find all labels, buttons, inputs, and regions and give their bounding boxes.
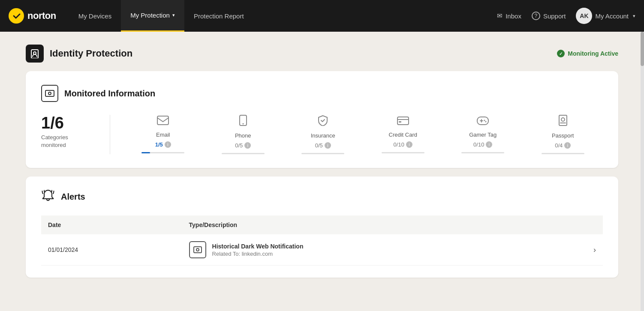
gamer-tag-help-icon[interactable]: i bbox=[486, 141, 492, 148]
alert-type-icon bbox=[189, 241, 206, 258]
insurance-name: Insurance bbox=[311, 132, 335, 139]
alert-description: Historical Dark Web Notification Related… bbox=[182, 234, 603, 266]
table-row[interactable]: 01/01/2024 Historical Dark Web Notificat… bbox=[41, 234, 603, 266]
category-gamer-tag[interactable]: Gamer Tag 0/10 i bbox=[461, 115, 504, 153]
email-name: Email bbox=[156, 132, 170, 138]
monitoring-active-icon: ✓ bbox=[557, 50, 565, 57]
email-icon bbox=[157, 115, 169, 128]
card-header: Monitored Information bbox=[41, 85, 603, 102]
monitored-info-card: Monitored Information 1/6 Categories mon… bbox=[26, 71, 618, 168]
insurance-progress-bar bbox=[301, 153, 344, 154]
alerts-header: Alerts bbox=[41, 188, 603, 205]
categories-fraction: 1/6 bbox=[41, 115, 93, 131]
categories-label: Categories monitored bbox=[41, 134, 93, 149]
insurance-count: 0/5 i bbox=[315, 142, 331, 149]
gamer-tag-name: Gamer Tag bbox=[469, 132, 497, 138]
svg-point-0 bbox=[9, 8, 24, 24]
main-nav: norton My Devices My Protection ▾ Protec… bbox=[0, 0, 644, 32]
info-categories: Email 1/5 i Phone 0/5 i Insurance 0/5 i … bbox=[110, 115, 603, 154]
nav-item-protection-report[interactable]: Protection Report bbox=[184, 0, 253, 32]
svg-point-12 bbox=[485, 121, 487, 123]
logo[interactable]: norton bbox=[9, 8, 56, 24]
svg-rect-15 bbox=[194, 247, 202, 253]
phone-progress-bar bbox=[222, 153, 265, 154]
identity-protection-icon bbox=[26, 45, 44, 63]
monitoring-status: ✓ Monitoring Active bbox=[557, 50, 618, 57]
phone-help-icon[interactable]: i bbox=[244, 142, 251, 149]
phone-icon bbox=[238, 115, 248, 129]
passport-progress-bar bbox=[542, 153, 584, 154]
email-help-icon[interactable]: i bbox=[165, 141, 171, 148]
passport-name: Passport bbox=[552, 132, 574, 139]
category-phone[interactable]: Phone 0/5 i bbox=[222, 115, 265, 154]
gamer-tag-progress-bar bbox=[461, 152, 504, 153]
account-menu[interactable]: AK My Account ▾ bbox=[576, 8, 635, 24]
svg-rect-3 bbox=[45, 90, 54, 96]
svg-rect-8 bbox=[397, 117, 409, 125]
category-email[interactable]: Email 1/5 i bbox=[141, 115, 184, 153]
alerts-section: Alerts Date Type/Description 01/01/2024 bbox=[26, 176, 618, 278]
passport-count: 0/4 i bbox=[555, 142, 571, 149]
table-header: Date Type/Description bbox=[41, 215, 603, 234]
gamer-tag-count: 0/10 i bbox=[473, 141, 492, 148]
support-icon: ? bbox=[532, 12, 540, 20]
support-link[interactable]: ? Support bbox=[532, 12, 566, 20]
inbox-link[interactable]: ✉ Inbox bbox=[497, 12, 521, 20]
scrollbar[interactable] bbox=[641, 32, 644, 311]
passport-icon bbox=[558, 115, 568, 129]
credit-card-icon bbox=[397, 115, 409, 128]
alert-subtitle: Related To: linkedin.com bbox=[212, 251, 304, 257]
alert-desc-text: Historical Dark Web Notification Related… bbox=[212, 243, 304, 257]
col-type: Type/Description bbox=[182, 215, 603, 234]
alerts-table: Date Type/Description 01/01/2024 Histori… bbox=[41, 215, 603, 266]
nav-item-my-protection[interactable]: My Protection ▾ bbox=[121, 0, 184, 32]
svg-rect-9 bbox=[399, 121, 401, 123]
insurance-icon bbox=[318, 115, 328, 129]
col-date: Date bbox=[41, 215, 182, 234]
nav-item-my-devices[interactable]: My Devices bbox=[69, 0, 121, 32]
svg-point-16 bbox=[196, 248, 199, 251]
page-title: Identity Protection bbox=[50, 48, 132, 59]
svg-point-4 bbox=[48, 92, 51, 95]
card-title: Monitored Information bbox=[64, 89, 155, 99]
phone-count: 0/5 i bbox=[235, 142, 251, 149]
chevron-right-icon[interactable]: › bbox=[593, 245, 596, 254]
credit-card-name: Credit Card bbox=[389, 132, 417, 138]
categories-count: 1/6 Categories monitored bbox=[41, 115, 110, 149]
main-content: Identity Protection ✓ Monitoring Active … bbox=[0, 32, 644, 290]
svg-point-14 bbox=[561, 118, 565, 121]
email-progress-bar bbox=[141, 152, 184, 153]
svg-rect-13 bbox=[559, 115, 567, 126]
category-insurance[interactable]: Insurance 0/5 i bbox=[301, 115, 344, 154]
svg-rect-5 bbox=[157, 116, 169, 125]
alerts-icon bbox=[41, 188, 55, 205]
email-count: 1/5 i bbox=[155, 141, 171, 148]
monitored-grid: 1/6 Categories monitored Email 1/5 i Pho… bbox=[41, 115, 603, 154]
svg-point-7 bbox=[242, 123, 244, 125]
nav-right: ✉ Inbox ? Support AK My Account ▾ bbox=[497, 8, 635, 24]
phone-name: Phone bbox=[235, 132, 251, 139]
page-title-group: Identity Protection bbox=[26, 45, 132, 63]
avatar: AK bbox=[576, 8, 592, 24]
svg-point-11 bbox=[484, 120, 485, 121]
inbox-icon: ✉ bbox=[497, 12, 503, 20]
alerts-title: Alerts bbox=[61, 192, 85, 202]
credit-card-help-icon[interactable]: i bbox=[406, 141, 412, 148]
passport-help-icon[interactable]: i bbox=[564, 142, 571, 149]
chevron-down-icon: ▾ bbox=[633, 13, 635, 19]
nav-links: My Devices My Protection ▾ Protection Re… bbox=[69, 0, 497, 32]
alert-date: 01/01/2024 bbox=[41, 234, 182, 266]
gamer-tag-icon bbox=[477, 115, 489, 128]
page-header: Identity Protection ✓ Monitoring Active bbox=[26, 45, 618, 63]
alert-title: Historical Dark Web Notification bbox=[212, 243, 304, 250]
category-credit-card[interactable]: Credit Card 0/10 i bbox=[382, 115, 424, 153]
credit-card-progress-bar bbox=[382, 152, 424, 153]
scroll-thumb[interactable] bbox=[641, 32, 644, 66]
alerts-body: 01/01/2024 Historical Dark Web Notificat… bbox=[41, 234, 603, 266]
monitored-info-icon bbox=[41, 85, 58, 102]
category-passport[interactable]: Passport 0/4 i bbox=[542, 115, 584, 154]
credit-card-count: 0/10 i bbox=[394, 141, 412, 148]
insurance-help-icon[interactable]: i bbox=[325, 142, 331, 149]
chevron-down-icon: ▾ bbox=[172, 12, 175, 18]
logo-text: norton bbox=[27, 10, 56, 21]
